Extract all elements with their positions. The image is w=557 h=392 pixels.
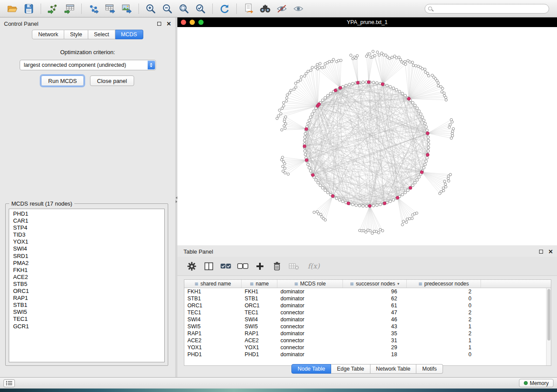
column-header-shared-name[interactable]: shared name — [184, 280, 242, 288]
tab-style[interactable]: Style — [64, 30, 88, 39]
table-row[interactable]: PHD1PHD1dominator180 — [184, 351, 546, 358]
zoom-out-button[interactable] — [159, 2, 175, 15]
select-all-button[interactable] — [219, 260, 232, 273]
close-panel-icon[interactable]: ✕ — [548, 249, 553, 254]
mcds-result-item[interactable]: RAP1 — [9, 295, 164, 302]
save-session-button[interactable] — [21, 2, 37, 15]
column-header-successor-nodes[interactable]: successor nodes — [343, 280, 407, 288]
trash-icon — [273, 261, 281, 271]
hide-graphics-details-button[interactable] — [274, 2, 290, 15]
mcds-result-item[interactable]: STB1 — [9, 302, 164, 309]
show-column-button[interactable] — [202, 260, 215, 273]
table-vertical-scrollbar[interactable] — [546, 288, 551, 365]
show-graphics-details-button[interactable] — [291, 2, 306, 15]
mcds-result-list[interactable]: PHD1CAR1STP4TID3YOX1SWI4SRD1PMA2FKH1ACE2… — [9, 209, 165, 362]
close-panel-icon[interactable]: ✕ — [166, 21, 171, 27]
table-cell: 0 — [407, 296, 481, 302]
table-settings-button[interactable] — [185, 260, 198, 273]
tab-select[interactable]: Select — [88, 30, 115, 39]
table-cell: 1 — [407, 344, 481, 351]
selected-option-label: largest connected component (undirected) — [24, 62, 126, 68]
function-builder-button[interactable]: f(x) — [304, 260, 323, 273]
table-row[interactable]: RAP1RAP1dominator352 — [184, 330, 546, 337]
import-table-button[interactable] — [62, 2, 77, 15]
export-table-button[interactable] — [102, 2, 118, 15]
mcds-result-item[interactable]: STP4 — [9, 224, 164, 231]
mcds-result-item[interactable]: STB5 — [9, 281, 164, 288]
float-panel-icon[interactable] — [157, 22, 161, 26]
column-header-label: successor nodes — [356, 281, 395, 287]
eye-icon — [293, 4, 304, 14]
zoom-in-button[interactable] — [143, 2, 159, 15]
zoom-fit-button[interactable] — [176, 2, 192, 15]
close-panel-button[interactable]: Close panel — [90, 76, 134, 86]
memory-button[interactable]: Memory — [519, 379, 554, 387]
table-tab-motifs[interactable]: Motifs — [416, 364, 443, 374]
delete-column-button[interactable] — [270, 260, 284, 273]
sort-descending-icon — [398, 282, 400, 286]
network-window-titlebar[interactable]: YPA_prune.txt_1 — [177, 17, 557, 27]
optimization-criterion-select[interactable]: largest connected component (undirected) — [20, 60, 156, 70]
table-row[interactable]: STB1STB1dominator620 — [184, 295, 546, 302]
scrollbar-thumb[interactable] — [547, 289, 550, 340]
mcds-result-item[interactable]: YOX1 — [9, 238, 164, 245]
global-search-field[interactable] — [425, 4, 549, 14]
dropdown-stepper-icon — [148, 61, 155, 69]
memory-label: Memory — [530, 380, 549, 386]
table-row[interactable]: SWI5SWI5connector431 — [184, 323, 546, 330]
mcds-result-item[interactable]: PMA2 — [9, 260, 164, 267]
zoom-selected-button[interactable] — [193, 2, 208, 15]
import-network-button[interactable] — [45, 2, 61, 15]
import-network-icon — [47, 3, 59, 14]
mcds-result-item[interactable]: GCR1 — [9, 323, 164, 330]
mcds-result-item[interactable]: CAR1 — [9, 217, 164, 224]
columns-icon — [204, 262, 214, 271]
search-input[interactable] — [434, 6, 546, 12]
mcds-result-item[interactable]: ACE2 — [9, 274, 164, 281]
toolbar-separator — [212, 3, 213, 14]
mcds-result-item[interactable]: ORC1 — [9, 288, 164, 295]
table-cell: 43 — [343, 323, 407, 330]
table-row[interactable]: ORC1ORC1dominator610 — [184, 302, 546, 309]
zoom-out-icon — [162, 3, 173, 14]
mcds-result-item[interactable]: FKH1 — [9, 267, 164, 274]
task-history-button[interactable] — [3, 379, 15, 387]
mcds-result-item[interactable]: PHD1 — [9, 210, 164, 217]
refresh-view-button[interactable] — [217, 2, 232, 15]
table-row[interactable]: ACE2ACE2connector311 — [184, 337, 546, 344]
table-row[interactable]: FKH1FKH1dominator962 — [184, 288, 546, 295]
column-header-name[interactable]: name — [242, 280, 277, 288]
tab-mcds[interactable]: MCDS — [115, 30, 143, 39]
network-view[interactable] — [177, 27, 557, 245]
open-file-button[interactable] — [4, 2, 20, 15]
delete-table-button[interactable] — [287, 260, 301, 273]
float-panel-icon[interactable] — [539, 250, 543, 254]
network-graph[interactable] — [177, 27, 557, 245]
table-cell: 0 — [407, 303, 481, 309]
column-header-predecessor-nodes[interactable]: predecessor nodes — [407, 280, 481, 288]
table-tab-node-table[interactable]: Node Table — [291, 364, 331, 374]
column-header-MCDS-role[interactable]: MCDS role — [277, 280, 343, 288]
table-row[interactable]: TEC1TEC1connector472 — [184, 309, 546, 316]
create-column-button[interactable] — [253, 260, 266, 273]
mcds-result-item[interactable]: SWI4 — [9, 245, 164, 252]
eye-slash-icon — [276, 4, 287, 14]
mcds-result-item[interactable]: SWI5 — [9, 309, 164, 316]
table-cell: YOX1 — [242, 344, 277, 351]
search-network-button[interactable] — [257, 2, 273, 15]
mcds-result-item[interactable]: SRD1 — [9, 253, 164, 260]
table-tab-network-table[interactable]: Network Table — [370, 364, 417, 374]
table-row[interactable]: YOX1YOX1connector291 — [184, 344, 546, 351]
table-cell: 1 — [407, 323, 481, 330]
mcds-result-item[interactable]: TEC1 — [9, 316, 164, 323]
export-image-button[interactable] — [119, 2, 135, 15]
deselect-all-button[interactable] — [236, 260, 249, 273]
mcds-result-item[interactable]: TID3 — [9, 231, 164, 238]
table-tab-edge-table[interactable]: Edge Table — [331, 364, 370, 374]
tab-network[interactable]: Network — [32, 30, 64, 39]
toolbar-separator — [138, 3, 139, 14]
table-row[interactable]: SWI4SWI4dominator462 — [184, 316, 546, 323]
export-network-button[interactable] — [86, 2, 101, 15]
run-mcds-button[interactable]: Run MCDS — [41, 76, 84, 86]
copy-network-button[interactable] — [241, 2, 256, 15]
